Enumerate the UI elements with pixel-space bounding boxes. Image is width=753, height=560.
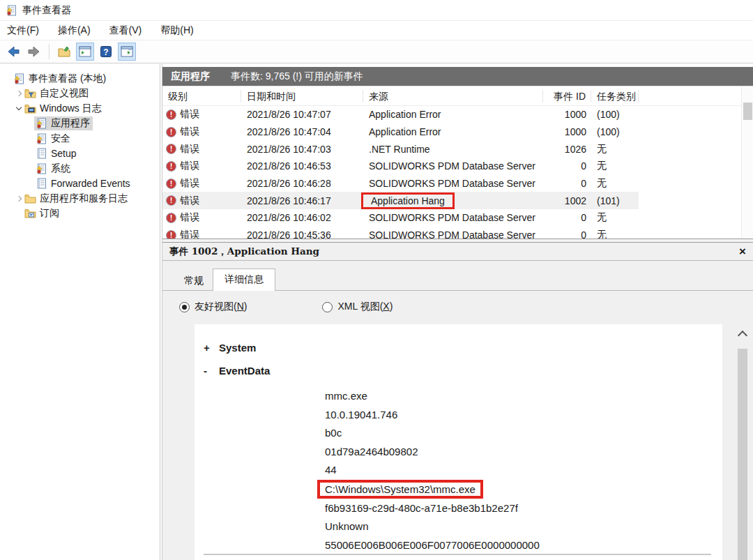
event-data-value: C:\Windows\System32\mmc.exe (325, 480, 722, 499)
tree-icon (24, 193, 36, 204)
detail-tabs: 常规详细信息 (162, 268, 753, 291)
tab-general[interactable]: 常规 (175, 272, 213, 291)
export-folder-icon[interactable] (55, 43, 73, 61)
menu-bar: 文件(F)操作(A)查看(V)帮助(H) (0, 21, 753, 40)
table-body: !错误 2021/8/26 10:47:07 Application Error… (162, 106, 753, 239)
event-data-values: mmc.exe10.0.19041.746b0c01d79a2464b09802… (204, 387, 722, 554)
column-header-datetime[interactable]: 日期和时间 (241, 90, 363, 103)
tree-icon (36, 118, 47, 129)
event-table: 级别 日期和时间 来源 事件 ID 任务类别 !错误 2021/8/26 10:… (162, 86, 753, 239)
xml-nodes: +System-EventData (204, 336, 722, 382)
action-pane-icon[interactable] (118, 43, 136, 61)
window-title: 事件查看器 (22, 4, 71, 17)
table-row[interactable]: !错误 2021/8/26 10:46:28 SOLIDWORKS PDM Da… (162, 175, 639, 192)
menu-item[interactable]: 查看(V) (109, 24, 142, 37)
toolbar-separator (49, 44, 50, 59)
close-icon[interactable]: × (739, 245, 746, 259)
tree-item[interactable]: 事件查看器 (本地) (0, 71, 160, 86)
toggle-icon[interactable]: + (204, 336, 219, 359)
tree-item[interactable]: 安全 (0, 131, 160, 146)
menu-item[interactable]: 文件(F) (7, 24, 39, 37)
menu-item[interactable]: 操作(A) (58, 24, 91, 37)
tree-item[interactable]: Forwarded Events (0, 176, 160, 192)
content-area: 事件查看器 (本地) 自定义视图 Windows 日志 应用程序 安全 (0, 64, 753, 560)
detail-title: 事件 1002，Application Hang (169, 245, 319, 258)
tree-icon (36, 133, 47, 144)
table-row[interactable]: !错误 2021/8/26 10:47:03 .NET Runtime 1026… (162, 140, 639, 158)
log-title: 应用程序 (171, 70, 210, 83)
tree-item[interactable]: 订阅 (0, 206, 160, 222)
error-icon: ! (166, 179, 176, 189)
chevron-icon[interactable] (14, 197, 23, 201)
tab-details[interactable]: 详细信息 (213, 268, 275, 291)
log-header-bar: 应用程序 事件数: 9,765 (!) 可用的新事件 (162, 67, 753, 86)
annotation-red-box: Application Hang (361, 192, 455, 209)
main-panel: 应用程序 事件数: 9,765 (!) 可用的新事件 级别 日期和时间 来源 事… (162, 64, 753, 560)
event-detail-pane: 事件 1002，Application Hang × 常规详细信息 友好视图(N… (162, 243, 753, 560)
friendly-view-box: +System-EventData mmc.exe10.0.19041.746b… (195, 324, 722, 560)
radio-friendly-view[interactable]: 友好视图(N) (179, 301, 247, 313)
tree-icon (36, 148, 47, 159)
event-data-value: Unknown (325, 517, 722, 536)
column-header-category[interactable]: 任务类别 (591, 90, 639, 103)
tree-item[interactable]: Windows 日志 (0, 101, 160, 116)
tree-icon (13, 73, 25, 84)
tree-item[interactable]: 应用程序 (0, 116, 160, 132)
tree-icon (24, 88, 36, 99)
error-icon: ! (166, 127, 176, 137)
table-scrollbar-thumb[interactable] (743, 103, 752, 120)
column-header-level[interactable]: 级别 (162, 90, 241, 103)
table-row[interactable]: !错误 2021/8/26 10:45:36 SOLIDWORKS PDM Da… (162, 227, 639, 239)
tree-item[interactable]: 系统 (0, 161, 160, 176)
back-arrow-icon[interactable] (4, 43, 22, 61)
column-header-event-id[interactable]: 事件 ID (543, 90, 591, 103)
table-scrollbar[interactable] (741, 86, 753, 239)
toggle-icon[interactable]: - (204, 359, 219, 382)
table-row[interactable]: !错误 2021/8/26 10:46:53 SOLIDWORKS PDM Da… (162, 158, 639, 175)
event-data-value: 44 (325, 461, 722, 480)
error-icon: ! (166, 109, 176, 120)
xml-node-system[interactable]: +System (204, 336, 722, 359)
forward-arrow-icon[interactable] (25, 43, 43, 61)
table-row[interactable]: !错误 2021/8/26 10:47:07 Application Error… (162, 106, 639, 123)
radio-xml-view[interactable]: XML 视图(X) (322, 301, 393, 313)
tree-item[interactable]: Setup (0, 146, 160, 162)
view-mode-radios: 友好视图(N)XML 视图(X) (179, 301, 753, 313)
toolbar: ? (0, 40, 753, 63)
event-viewer-log-icon (6, 5, 17, 16)
console-tree-sidebar: 事件查看器 (本地) 自定义视图 Windows 日志 应用程序 安全 (0, 64, 162, 560)
divider-rule (204, 554, 711, 555)
table-row[interactable]: !错误 2021/8/26 10:47:04 Application Error… (162, 123, 639, 141)
tree-icon (24, 208, 36, 219)
console-tree-icon[interactable] (76, 43, 94, 61)
help-icon[interactable]: ? (97, 43, 115, 61)
error-icon: ! (166, 161, 176, 172)
column-header-source[interactable]: 来源 (363, 90, 543, 103)
table-row[interactable]: !错误 2021/8/26 10:46:17 Application Hang … (162, 192, 639, 209)
event-data-value: mmc.exe (325, 387, 722, 406)
title-bar: 事件查看器 (0, 0, 753, 21)
tree-item[interactable]: 应用程序和服务日志 (0, 191, 160, 206)
chevron-icon[interactable] (14, 91, 23, 96)
tree-icon (36, 163, 47, 174)
event-data-value: b0c (325, 424, 722, 443)
detail-header: 事件 1002，Application Hang × (162, 243, 753, 261)
tree-icon (36, 178, 47, 189)
event-count-status: 事件数: 9,765 (!) 可用的新事件 (231, 70, 363, 83)
table-header-row: 级别 日期和时间 来源 事件 ID 任务类别 (162, 86, 753, 106)
table-row[interactable]: !错误 2021/8/26 10:46:02 SOLIDWORKS PDM Da… (162, 209, 639, 227)
radio-circle-icon (179, 302, 190, 312)
xml-node-eventdata[interactable]: -EventData (204, 359, 722, 382)
error-icon: ! (166, 144, 176, 154)
tree-item[interactable]: 自定义视图 (0, 86, 160, 102)
menu-item[interactable]: 帮助(H) (160, 24, 193, 37)
scroll-up-icon[interactable] (738, 331, 747, 338)
event-data-value: 55006E006B006E006F0077006E0000000000 (325, 536, 722, 555)
tree-icon (24, 103, 36, 114)
radio-circle-icon (322, 302, 333, 312)
event-data-value: 10.0.19041.746 (325, 406, 722, 425)
chevron-icon[interactable] (14, 107, 23, 109)
svg-text:?: ? (103, 47, 108, 57)
error-icon: ! (166, 230, 176, 239)
detail-scrollbar-thumb[interactable] (738, 349, 747, 560)
